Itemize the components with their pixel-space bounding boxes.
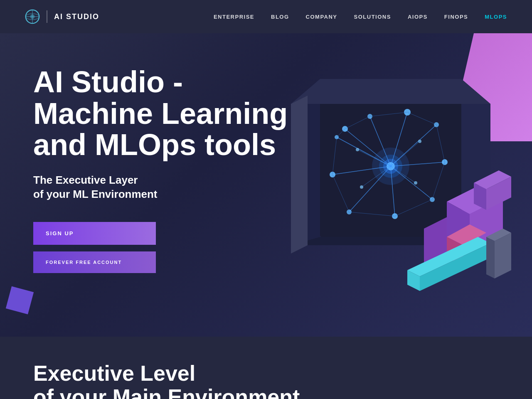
- hero-subtitle-line1: The Executive Layer: [33, 174, 138, 186]
- hero-subtitle: The Executive Layer of your ML Environme…: [33, 173, 291, 202]
- hero-subtitle-line2: of your ML Environment: [33, 188, 158, 200]
- hero-illustration: [254, 54, 532, 337]
- nav-blog[interactable]: BLOG: [271, 14, 289, 20]
- nav-finops[interactable]: FINOPS: [444, 14, 468, 20]
- free-account-button[interactable]: FOREVER FREE ACCOUNT: [33, 251, 156, 273]
- nav-company[interactable]: COMPANY: [306, 14, 337, 20]
- nav-aiops[interactable]: AIOPS: [408, 14, 428, 20]
- svg-marker-68: [486, 237, 495, 278]
- logo-area: AI STUDIO: [25, 9, 99, 24]
- hero-title: AI Studio - Machine Learning and MLOps t…: [33, 66, 291, 161]
- logo-text: AI STUDIO: [54, 12, 99, 21]
- signup-button[interactable]: SIGN UP: [33, 222, 156, 245]
- logo-icon: [25, 9, 40, 24]
- nav-enterprise[interactable]: ENTERPRISE: [214, 14, 254, 20]
- bottom-heading-line2: of your Main Environment: [33, 385, 300, 399]
- deco-bottom-left: [6, 286, 34, 314]
- bottom-section: Executive Level of your Main Environment…: [0, 337, 532, 399]
- svg-marker-70: [291, 96, 308, 254]
- header: AI STUDIO ENTERPRISE BLOG COMPANY SOLUTI…: [0, 0, 532, 33]
- bottom-heading: Executive Level of your Main Environment: [33, 362, 499, 399]
- logo-separator: [47, 10, 47, 23]
- nav-mlops[interactable]: MLOPS: [485, 14, 507, 20]
- nav-solutions[interactable]: SOLUTIONS: [354, 14, 391, 20]
- hero-content: AI Studio - Machine Learning and MLOps t…: [33, 66, 291, 273]
- svg-marker-8: [291, 79, 490, 104]
- bottom-heading-line1: Executive Level: [33, 361, 195, 385]
- iso-scene-svg: [254, 54, 532, 337]
- hero-section: AI Studio - Machine Learning and MLOps t…: [0, 33, 532, 337]
- main-nav: ENTERPRISE BLOG COMPANY SOLUTIONS AIOPS …: [214, 14, 507, 20]
